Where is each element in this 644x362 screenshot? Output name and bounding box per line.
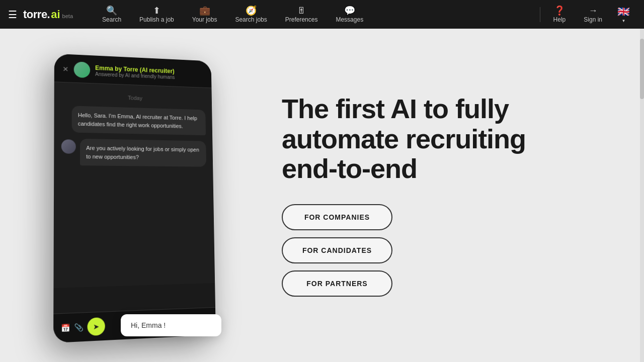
chat-date-divider: Today — [61, 92, 205, 103]
chat-message-1: Hello, Sara. I'm Emma, AI recruiter at T… — [72, 106, 206, 135]
chat-body: Today Hello, Sara. I'm Emma, AI recruite… — [53, 82, 215, 288]
hero-title-line2: automate recruiting — [282, 124, 526, 154]
main-content: ✕ Emma by Torre (AI recruiter) Answered … — [0, 29, 644, 362]
nav-item-search-jobs[interactable]: 🧭 Search jobs — [226, 0, 276, 29]
cta-buttons: FOR COMPANIES FOR CANDIDATES FOR PARTNER… — [282, 204, 604, 297]
for-companies-button[interactable]: FOR COMPANIES — [282, 204, 392, 230]
nav-item-publish-job[interactable]: ⬆ Publish a job — [130, 0, 183, 29]
nav-item-help[interactable]: ❓ Help — [544, 0, 575, 29]
nav-links: 🔍 Search ⬆ Publish a job 💼 Your jobs 🧭 S… — [93, 0, 536, 29]
attach-icon[interactable]: 📎 — [74, 323, 83, 332]
nav-label-search: Search — [102, 16, 121, 23]
phone-device: ✕ Emma by Torre (AI recruiter) Answered … — [53, 53, 216, 342]
nav-item-your-jobs[interactable]: 💼 Your jobs — [183, 0, 226, 29]
floating-chat-input[interactable]: Hi, Emma ! — [121, 314, 221, 336]
nav-label-search-jobs: Search jobs — [235, 16, 267, 23]
logo[interactable]: torre.aibeta — [23, 8, 73, 21]
close-icon[interactable]: ✕ — [62, 65, 68, 73]
for-candidates-button[interactable]: FOR CANDIDATES — [282, 237, 392, 263]
publish-icon: ⬆ — [153, 6, 160, 15]
hero-title-line1: The first AI to fully — [282, 94, 509, 124]
briefcase-icon: 💼 — [199, 6, 210, 15]
compass-icon: 🧭 — [246, 6, 257, 15]
nav-right: ❓ Help → Sign in 🇬🇧 ▼ — [544, 0, 636, 29]
hero-content: The first AI to fully automate recruitin… — [252, 94, 604, 296]
for-partners-button[interactable]: FOR PARTNERS — [282, 270, 392, 297]
chat-message-2: Are you actively looking for jobs or sim… — [80, 138, 206, 166]
chevron-down-icon: ▼ — [622, 19, 626, 23]
hero-title: The first AI to fully automate recruitin… — [282, 94, 604, 184]
calendar-icon[interactable]: 📅 — [61, 323, 70, 332]
input-icons: 📅 📎 — [61, 323, 83, 332]
user-avatar — [61, 139, 76, 154]
nav-item-messages[interactable]: 💬 Messages — [327, 0, 372, 29]
flag-icon: 🇬🇧 — [617, 6, 630, 18]
phone-mockup-area: ✕ Emma by Torre (AI recruiter) Answered … — [40, 45, 252, 346]
scrollbar-thumb[interactable] — [640, 39, 644, 99]
agent-info: Emma by Torre (AI recruiter) Answered by… — [95, 64, 204, 80]
signin-icon: → — [589, 6, 598, 15]
help-icon: ❓ — [554, 6, 565, 15]
nav-label-help: Help — [553, 16, 566, 23]
scrollbar[interactable] — [640, 29, 644, 362]
logo-torre: torre. — [23, 8, 50, 21]
nav-label-your-jobs: Your jobs — [192, 16, 217, 23]
nav-item-signin[interactable]: → Sign in — [575, 0, 611, 29]
nav-label-messages: Messages — [336, 16, 363, 23]
logo-beta: beta — [62, 13, 73, 19]
nav-item-search[interactable]: 🔍 Search — [93, 0, 130, 29]
chat-row-2: Are you actively looking for jobs or sim… — [61, 138, 206, 167]
nav-label-preferences: Preferences — [285, 16, 318, 23]
nav-divider — [540, 7, 540, 22]
send-button[interactable]: ➤ — [88, 317, 105, 335]
search-icon: 🔍 — [106, 6, 117, 15]
hero-title-line3: end-to-end — [282, 153, 417, 184]
logo-ai: ai — [51, 8, 60, 21]
language-selector[interactable]: 🇬🇧 ▼ — [611, 0, 636, 29]
navbar: ☰ torre.aibeta 🔍 Search ⬆ Publish a job … — [0, 0, 644, 29]
hamburger-menu[interactable]: ☰ — [8, 9, 17, 21]
avatar — [74, 61, 90, 78]
sliders-icon: 🎚 — [297, 6, 306, 15]
nav-item-preferences[interactable]: 🎚 Preferences — [276, 0, 327, 29]
nav-label-publish: Publish a job — [139, 16, 174, 23]
nav-label-signin: Sign in — [584, 16, 602, 23]
chat-icon: 💬 — [344, 6, 355, 15]
